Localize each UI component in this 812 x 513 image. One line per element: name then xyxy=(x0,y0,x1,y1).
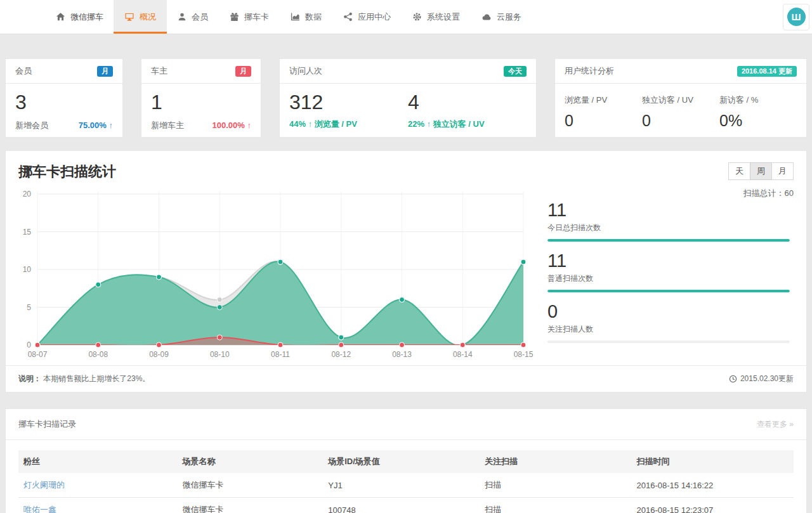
nav-item-label: 应用中心 xyxy=(358,11,391,23)
card-metric: 新访客 / %0% xyxy=(719,91,797,130)
fan-name-cell: 灯火阑珊的 xyxy=(18,473,178,498)
card-metric: 独立访客 / UV0 xyxy=(642,91,719,130)
scan-stat-label: 关注扫描人数 xyxy=(547,324,790,335)
card-delta: 100.00% ↑ xyxy=(213,120,251,130)
nav-item-app-center[interactable]: 应用中心 xyxy=(332,0,402,34)
top-navbar: 微信挪车 概况会员挪车卡数据应用中心系统设置云服务 Ш xyxy=(0,0,812,34)
range-button-0[interactable]: 天 xyxy=(728,162,750,180)
card-value: 1 xyxy=(151,91,251,114)
card-title: 车主 xyxy=(151,65,167,77)
navbar-right: Ш xyxy=(783,0,812,34)
records-title: 挪车卡扫描记录 xyxy=(18,419,76,430)
nav-item-label: 云服务 xyxy=(497,11,521,23)
scan-panel-footer: 说明： 本期销售额比上期增长了23%。 2015.02.30更新 xyxy=(6,365,806,392)
nav-item-cloud[interactable]: 云服务 xyxy=(471,0,532,34)
metric-caption: 44% ↑ 浏览量 / PV xyxy=(289,119,408,130)
nav-item-label: 系统设置 xyxy=(427,11,460,23)
nav-item-label: 挪车卡 xyxy=(244,11,269,23)
scan-footnote: 说明： 本期销售额比上期增长了23%。 xyxy=(18,373,150,384)
fan-link[interactable]: 灯火阑珊的 xyxy=(23,480,65,490)
card-metric: 422% ↑ 独立访客 / UV xyxy=(408,91,527,130)
table-row: 唯佑一鑫微信挪车卡100748扫描2016-08-15 12:23:07 xyxy=(18,498,794,513)
cubes-icon xyxy=(343,12,353,22)
svg-text:08-15: 08-15 xyxy=(514,350,534,359)
range-button-group: 天周月 xyxy=(729,162,794,180)
svg-text:08-12: 08-12 xyxy=(331,350,351,359)
svg-text:08-10: 08-10 xyxy=(210,350,230,359)
gift-icon xyxy=(230,12,239,22)
column-header: 扫描时间 xyxy=(632,450,794,473)
scan-total-value: 60 xyxy=(785,188,794,198)
view-more-link[interactable]: 查看更多 » xyxy=(757,419,794,430)
metric-label: 新访客 / % xyxy=(719,94,797,106)
fan-name-cell: 唯佑一鑫 xyxy=(18,498,178,513)
nav-item-members[interactable]: 会员 xyxy=(167,0,219,34)
metric-label: 浏览量 / PV xyxy=(565,94,642,106)
nav-item-settings[interactable]: 系统设置 xyxy=(402,0,471,34)
nav-item-overview[interactable]: 概况 xyxy=(114,0,167,34)
svg-text:20: 20 xyxy=(23,190,32,198)
chart-icon xyxy=(291,12,300,22)
card-title: 会员 xyxy=(15,65,32,77)
table-cell: 2016-08-15 14:16:22 xyxy=(632,473,794,498)
nav-item-label: 概况 xyxy=(140,11,156,23)
svg-text:15: 15 xyxy=(23,228,32,237)
scan-statistics-panel: 挪车卡扫描统计 天周月 扫描总计：60 0510152008-0708-0808… xyxy=(5,150,807,393)
scan-stat-progressbar xyxy=(547,290,790,292)
scan-stat-label: 普通扫描次数 xyxy=(547,273,790,284)
card-body: 1新增车主100.00% ↑ xyxy=(141,84,261,131)
card-badge: 月 xyxy=(97,66,113,77)
nav-item-move-card[interactable]: 挪车卡 xyxy=(219,0,280,34)
weiphp-logo-icon: Ш xyxy=(787,8,806,26)
table-cell: YJ1 xyxy=(323,473,480,498)
range-button-2[interactable]: 月 xyxy=(771,162,794,180)
svg-text:08-07: 08-07 xyxy=(28,350,48,359)
card-body: 浏览量 / PV0独立访客 / UV0新访客 / %0% xyxy=(555,84,806,130)
table-cell: 微信挪车卡 xyxy=(178,473,324,498)
nav-item-data[interactable]: 数据 xyxy=(280,0,332,34)
stat-card-visits: 访问人次今天31244% ↑ 浏览量 / PV422% ↑ 独立访客 / UV xyxy=(279,58,537,138)
records-header: 挪车卡扫描记录 查看更多 » xyxy=(6,409,806,440)
scan-stat-value: 11 xyxy=(547,251,790,271)
metric-value: 312 xyxy=(289,91,408,114)
card-metric: 浏览量 / PV0 xyxy=(565,91,642,130)
user-icon xyxy=(178,12,187,22)
table-cell: 微信挪车卡 xyxy=(178,498,324,513)
stat-card-members: 会员月3新增会员75.00% ↑ xyxy=(5,58,123,138)
scan-stat-value: 0 xyxy=(547,302,790,322)
metric-caption: 22% ↑ 独立访客 / UV xyxy=(408,119,527,130)
scan-updated-text: 2015.02.30更新 xyxy=(740,373,794,384)
nav-item-label: 会员 xyxy=(192,11,208,23)
brand[interactable]: 微信挪车 xyxy=(46,0,114,34)
scan-footnote-label: 说明： xyxy=(18,374,41,383)
table-header-row: 粉丝场景名称场景ID/场景值关注扫描扫描时间 xyxy=(18,450,794,473)
scan-total-label: 扫描总计： xyxy=(743,188,785,198)
svg-text:0: 0 xyxy=(27,341,31,349)
home-icon xyxy=(56,12,65,22)
card-value: 3 xyxy=(15,91,113,114)
card-label: 新增车主 xyxy=(151,120,184,131)
logo-letter: Ш xyxy=(791,11,801,22)
scan-panel-title: 挪车卡扫描统计 xyxy=(6,151,806,181)
fan-link[interactable]: 唯佑一鑫 xyxy=(23,505,56,513)
gear-icon xyxy=(412,12,422,22)
cloud-icon xyxy=(481,12,492,22)
table-cell: 扫描 xyxy=(480,473,632,498)
table-cell: 扫描 xyxy=(480,498,632,513)
card-title: 用户统计分析 xyxy=(565,65,614,77)
stat-card-user-stats: 用户统计分析2016.08.14 更新浏览量 / PV0独立访客 / UV0新访… xyxy=(554,58,807,138)
scan-area-chart: 0510152008-0708-0808-0908-1008-1108-1208… xyxy=(11,185,539,361)
scan-stat-0: 11今日总扫描次数 xyxy=(547,200,790,242)
app-logo-button[interactable]: Ш xyxy=(783,4,809,30)
svg-text:10: 10 xyxy=(23,265,32,274)
scan-stat-value: 11 xyxy=(547,200,790,221)
range-button-1[interactable]: 周 xyxy=(750,162,772,180)
scan-stat-1: 11普通扫描次数 xyxy=(547,251,790,292)
metric-label: 独立访客 / UV xyxy=(642,94,719,106)
scan-total: 扫描总计：60 xyxy=(743,188,794,199)
scan-updated: 2015.02.30更新 xyxy=(729,373,794,384)
scan-body: 0510152008-0708-0808-0908-1008-1108-1208… xyxy=(6,181,806,361)
scan-stat-progressbar xyxy=(547,341,790,343)
svg-text:5: 5 xyxy=(27,303,31,312)
scan-records-panel: 挪车卡扫描记录 查看更多 » 粉丝场景名称场景ID/场景值关注扫描扫描时间灯火阑… xyxy=(5,408,807,513)
